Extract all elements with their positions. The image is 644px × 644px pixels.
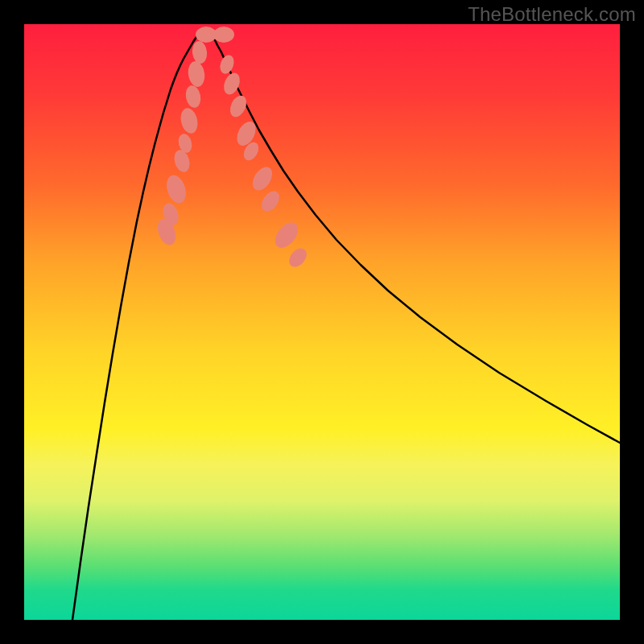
curve-right-branch [208, 30, 620, 443]
curve-svg [24, 24, 620, 620]
marker-dot [286, 245, 311, 270]
chart-container: TheBottleneck.com [0, 0, 644, 644]
marker-dot [213, 27, 234, 43]
highlight-markers [155, 27, 310, 270]
marker-dot [270, 218, 303, 252]
marker-dot [171, 148, 192, 174]
marker-dot [184, 85, 202, 109]
marker-dot [258, 188, 283, 214]
plot-area [24, 24, 620, 620]
marker-dot [249, 163, 276, 194]
watermark-text: TheBottleneck.com [468, 3, 636, 26]
marker-dot [217, 53, 236, 76]
marker-dot [192, 40, 208, 64]
marker-dot [187, 60, 207, 89]
marker-dot [179, 106, 200, 135]
marker-dot [163, 172, 189, 205]
